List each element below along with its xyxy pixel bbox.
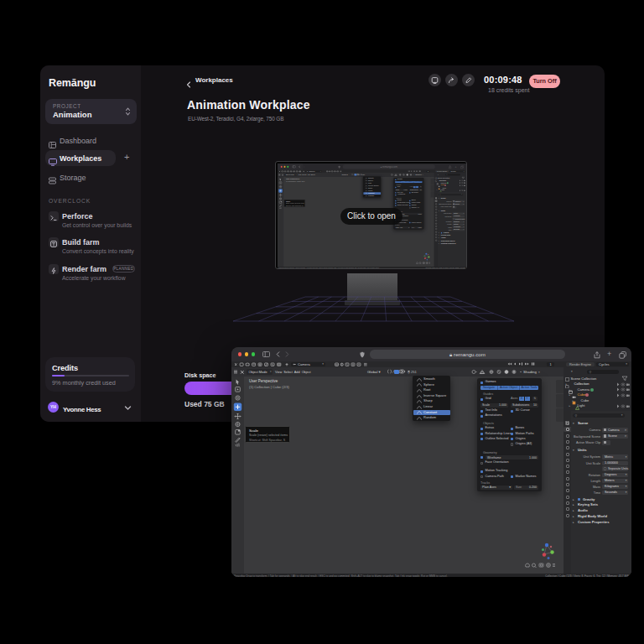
svg-text:Shading: Shading	[523, 370, 537, 374]
svg-text:▾: ▾	[538, 371, 540, 374]
